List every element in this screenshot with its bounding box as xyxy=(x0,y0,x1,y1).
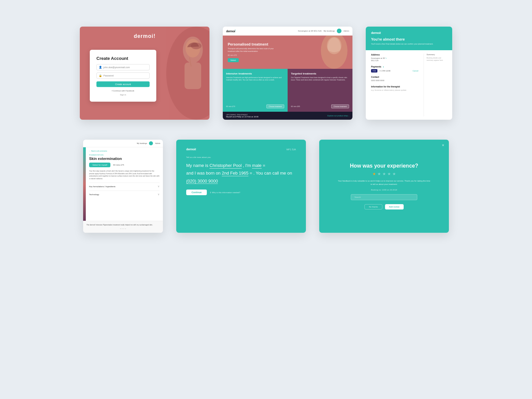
hero-section: Personalised treatment Therapist will pe… xyxy=(223,36,352,69)
skin-body: ← Back to all comments PIGMENTATION Skin… xyxy=(83,147,163,221)
email-field[interactable]: 👤 john.doe@youremail.com xyxy=(96,64,150,70)
review-title: How was your experience? xyxy=(350,163,418,169)
back-link[interactable]: ← Back to all comments xyxy=(89,150,160,152)
therapist-label: Information for the therapist xyxy=(371,85,418,88)
almost-header: dermoi! You're almost there You'll need … xyxy=(366,27,452,50)
admin-label: Admin xyxy=(155,142,160,144)
create-account-button[interactable]: Create account xyxy=(96,81,150,87)
password-placeholder: Password xyxy=(103,74,114,77)
card-number: •• 1784 12/30 xyxy=(379,70,390,72)
payments-label: Payments ℹ xyxy=(371,66,418,68)
targeted-description: Our Targeted Treatments have been design… xyxy=(291,76,349,81)
chevron-down-icon-2: ∨ xyxy=(158,193,160,196)
intensive-treatment-card: Intensive treatments Intensive Treatment… xyxy=(223,69,288,112)
cancel-link[interactable]: Cancel xyxy=(413,70,418,72)
treatment-price: 60 mins £75 xyxy=(113,164,124,166)
chevron-down-icon: ∨ xyxy=(158,185,160,188)
upcoming-booking: Myself and Philip on 22 Feb at 19:00 xyxy=(226,116,258,118)
hero-description: Therapist will personally determine the … xyxy=(228,48,281,53)
almost-right-column: Summary Booking details and summary appe… xyxy=(424,54,447,116)
targeted-footer: 60 min £95 Choose treatment xyxy=(291,104,349,108)
card-review: × How was your experience? ★ ★ ★ ★ ★ You… xyxy=(319,140,449,233)
treatment-title: Skin extermination xyxy=(89,157,160,161)
no-thanks-button[interactable]: No thanks xyxy=(364,204,382,209)
my-bookings-link[interactable]: My bookings xyxy=(137,142,147,144)
therapist-placeholder[interactable]: e.g. Eczema or inflammatory please updat… xyxy=(371,89,418,92)
intensive-footer: 60 min £70 Choose treatment xyxy=(226,104,284,108)
star-5[interactable]: ★ xyxy=(392,172,396,176)
address-section: Address Kensington at 38 ✎ W11 5JA xyxy=(371,54,418,62)
card-create-account: dermoi! Create Account 👤 john.doe@yourem… xyxy=(80,27,209,120)
wifi-label: WF1 5JA xyxy=(286,148,296,151)
gender-field[interactable]: male xyxy=(252,163,261,169)
targeted-price: 60 min £95 xyxy=(291,105,300,107)
explore-link[interactable]: Explore our product shop › xyxy=(328,115,349,117)
card-about-you: dermoi! WF1 5JA Tell us a bit more about… xyxy=(176,140,306,233)
skin-topbar: My bookings Admin xyxy=(83,140,163,147)
close-button[interactable]: × xyxy=(442,143,444,148)
signin-link[interactable]: Sign in xyxy=(96,94,150,96)
password-field[interactable]: 🔒 Password xyxy=(96,72,150,79)
continue-button[interactable]: Continue xyxy=(186,190,207,195)
intensive-description: Intensive Treatments are high-performanc… xyxy=(226,76,284,81)
skin-content: ← Back to all comments PIGMENTATION Skin… xyxy=(86,147,163,221)
sentence-mid3: and I was born on xyxy=(186,171,220,176)
add-review-button[interactable]: Add review xyxy=(385,204,404,209)
almost-left: Address Kensington at 38 ✎ W11 5JA Payme… xyxy=(371,54,418,116)
equals-sign-1: = xyxy=(263,163,265,168)
payment-row: VISA •• 1784 12/30 Cancel xyxy=(371,69,418,72)
targeted-title: Targeted treatments xyxy=(291,72,349,75)
hero-woman-image xyxy=(316,36,352,69)
star-3[interactable]: ★ xyxy=(382,172,386,176)
star-1[interactable]: ★ xyxy=(372,172,376,176)
upcoming-text: UPCOMING TREATMENT Myself and Philip on … xyxy=(226,114,258,118)
form-title: Create Account xyxy=(96,56,150,61)
booking-ref: Booking no: 1000 on 20-2018 xyxy=(371,189,397,191)
card1-logo: dermoi! xyxy=(134,33,156,39)
dob-field[interactable]: 2nd Feb 1965 xyxy=(222,171,248,176)
intensive-choose-button[interactable]: Choose treatment xyxy=(266,104,284,108)
treatment-description: Your first step towards a fresh skin! th… xyxy=(89,170,160,180)
payments-info-icon[interactable]: ℹ xyxy=(383,66,384,68)
contact-section: Contact 0203 0000 9000 xyxy=(371,76,418,82)
star-rating[interactable]: ★ ★ ★ ★ ★ xyxy=(372,172,396,176)
phone-value: 0203 0000 9000 xyxy=(371,79,418,82)
lock-icon: 🔒 xyxy=(99,74,102,77)
edit-icon[interactable]: ✎ xyxy=(385,57,387,59)
user-avatar[interactable] xyxy=(337,29,341,33)
user-avatar[interactable] xyxy=(149,141,153,145)
ingredients-toggle[interactable]: Key formulations / Ingredients ∨ xyxy=(89,183,160,188)
star-4[interactable]: ★ xyxy=(387,172,391,176)
card-skin-treatment: My bookings Admin ← Back to all comments… xyxy=(83,140,163,233)
star-2[interactable]: ★ xyxy=(377,172,381,176)
visa-badge: VISA xyxy=(371,69,377,72)
user-name[interactable]: Christopher Pool xyxy=(209,163,242,169)
search-box[interactable]: Search xyxy=(351,194,417,200)
almost-title: You're almost there xyxy=(371,37,447,41)
technology-toggle[interactable]: Technology ∨ xyxy=(89,191,160,196)
almost-logo: dermoi! xyxy=(371,31,381,35)
row-2: My bookings Admin ← Back to all comments… xyxy=(83,140,449,233)
targeted-choose-button[interactable]: Choose treatment xyxy=(331,104,349,108)
topbar-right: Kensington at 38 W11 5JA My bookings Adm… xyxy=(298,29,349,33)
about-logo: dermoi! xyxy=(186,148,196,151)
about-bottom-row: Continue ℹ Why is this information neede… xyxy=(186,190,296,195)
therapist-section: Information for the therapist e.g. Eczem… xyxy=(371,85,418,92)
card-dashboard: dermoi! Kensington at 38 W11 5JA My book… xyxy=(223,27,352,120)
contact-label: Contact xyxy=(371,76,418,78)
card-almost-there: dermoi! You're almost there You'll need … xyxy=(366,27,452,120)
address-value: Kensington at 38 ✎ W11 5JA xyxy=(371,57,418,62)
sentence-mid4: = . You can call me on xyxy=(250,171,292,176)
hero-title: Personalised treatment xyxy=(228,42,281,46)
almost-desc: You'll need a free Final details below w… xyxy=(371,43,447,46)
my-bookings-link[interactable]: My bookings xyxy=(324,30,335,32)
select-for-myself-button[interactable]: Select for myself xyxy=(89,163,110,167)
phone-field[interactable]: (020) 3000 9000 xyxy=(186,179,218,184)
why-link[interactable]: ℹ Why is this information needed? xyxy=(210,191,240,194)
hero-select-button[interactable]: Select xyxy=(228,58,239,62)
tell-us-label: Tell us a bit more about you. xyxy=(186,156,296,158)
dashboard-footer: UPCOMING TREATMENT Myself and Philip on … xyxy=(223,112,352,120)
fb-icon: f xyxy=(112,90,112,92)
info-icon: ℹ xyxy=(210,191,211,194)
facebook-link[interactable]: f Continue with Facebook xyxy=(96,90,150,92)
